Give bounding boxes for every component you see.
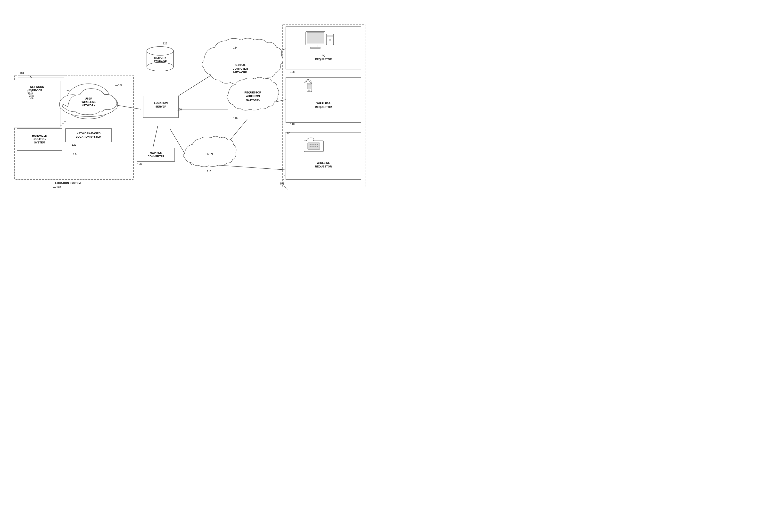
ref-102: —102 xyxy=(115,84,122,87)
svg-point-61 xyxy=(318,144,318,145)
svg-point-52 xyxy=(309,91,310,91)
ref-120: — 120 xyxy=(53,186,61,189)
svg-point-58 xyxy=(312,144,313,145)
wr-label2: REQUESTOR xyxy=(315,106,332,109)
svg-rect-43 xyxy=(327,35,333,37)
svg-point-65 xyxy=(316,146,317,147)
rwn-label3: NETWORK xyxy=(246,98,260,101)
svg-rect-41 xyxy=(311,47,320,48)
wr-label1: WIRELESS xyxy=(317,102,330,105)
location-system-label: LOCATION SYSTEM xyxy=(55,181,81,184)
ms-label1: MEMORY xyxy=(154,56,166,59)
rwn-label2: WIRELESS xyxy=(246,95,259,98)
svg-point-50 xyxy=(310,90,311,90)
svg-point-64 xyxy=(314,146,315,147)
handheld-label2: LOCATION xyxy=(33,138,46,141)
nb-location-label1: NETWORK-BASED xyxy=(77,132,101,135)
ref-118: 118 xyxy=(207,170,211,173)
mc-label2: CONVERTER xyxy=(147,155,164,158)
ref-100: 100 xyxy=(177,108,182,111)
svg-point-57 xyxy=(310,144,311,145)
pstn-label: PSTN xyxy=(205,152,213,155)
ls-label1: LOCATION xyxy=(154,102,168,104)
uwn-label1: USER xyxy=(85,97,92,100)
ms-label2: STORAGE xyxy=(154,60,167,63)
ref-122: 122 xyxy=(72,143,76,146)
ref-106: 106 xyxy=(280,182,284,185)
svg-point-51 xyxy=(308,91,309,91)
uwn-label3: NETWORK xyxy=(82,104,96,107)
ref-128: 128 xyxy=(163,42,167,45)
svg-rect-54 xyxy=(286,132,361,180)
ref-110: 110 xyxy=(290,123,294,125)
gcn-label2: COMPUTER xyxy=(233,67,248,70)
svg-point-53 xyxy=(310,91,311,91)
gcn-label3: NETWORK xyxy=(233,71,247,74)
gcn-label1: GLOBAL xyxy=(235,64,246,67)
ref-116: 116 xyxy=(233,116,237,119)
ls-label2: SERVER xyxy=(155,105,166,108)
rwn-label1: REQUESTOR xyxy=(244,91,261,94)
svg-rect-47 xyxy=(308,84,311,89)
svg-rect-39 xyxy=(307,33,324,43)
ref-126: 126 xyxy=(137,163,142,166)
ref-114: 114 xyxy=(233,46,237,49)
ref-104: 104 xyxy=(20,72,24,75)
diagram-container: LOCATION SYSTEM — 120 NETWORK DEVICE 104… xyxy=(0,0,378,266)
wl-label2: REQUESTOR xyxy=(315,165,332,168)
wl-label1: WIRELINE xyxy=(317,161,330,164)
network-device-label: NETWORK xyxy=(30,85,44,88)
svg-rect-45 xyxy=(286,78,361,123)
uwn-label2: WIRELESS xyxy=(81,101,95,103)
pc-label1: PC xyxy=(321,54,325,57)
ref-124: 124 xyxy=(73,153,77,156)
svg-rect-40 xyxy=(313,45,318,47)
handheld-label1: HANDHELD xyxy=(32,134,47,137)
ref-112: 112 xyxy=(285,132,290,135)
svg-point-35 xyxy=(147,47,173,55)
mc-label1: MAPPING xyxy=(150,151,162,154)
network-device-label2: DEVICE xyxy=(32,89,42,92)
svg-point-63 xyxy=(312,146,313,147)
memory-storage: MEMORY STORAGE xyxy=(147,47,173,71)
svg-point-59 xyxy=(314,144,315,145)
nb-location-label2: LOCATION SYSTEM xyxy=(76,135,102,138)
svg-point-60 xyxy=(316,144,317,145)
ref-108: 108 xyxy=(290,70,294,73)
svg-point-66 xyxy=(318,146,318,147)
svg-point-49 xyxy=(309,90,310,90)
pc-label2: REQUESTOR xyxy=(315,58,332,61)
svg-point-44 xyxy=(329,39,331,41)
svg-point-62 xyxy=(310,146,311,147)
svg-point-48 xyxy=(308,90,309,90)
handheld-label3: SYSTEM xyxy=(34,141,45,144)
svg-point-34 xyxy=(147,62,173,71)
